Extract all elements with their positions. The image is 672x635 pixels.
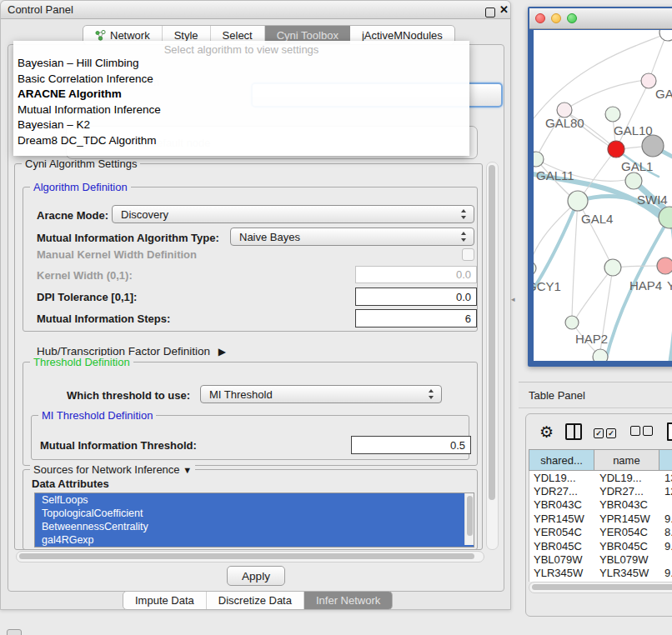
table-cell[interactable]: 12 xyxy=(660,485,672,498)
table-cell[interactable]: YBL079W xyxy=(595,553,660,566)
settings-horizontal-scrollbar[interactable] xyxy=(16,551,484,562)
attribute-option-betweennesscentrality[interactable]: BetweennessCentrality xyxy=(35,520,474,533)
control-panel-title: Control Panel xyxy=(8,3,73,16)
network-node[interactable] xyxy=(659,30,672,41)
split-columns-icon[interactable] xyxy=(565,423,582,440)
table-cell[interactable]: 9. xyxy=(660,512,672,525)
network-canvas[interactable]: GALGAL80GAL10GAL1GAL11SWI4GAL4GCY1HAP4YH… xyxy=(534,30,672,361)
network-node[interactable] xyxy=(657,258,672,274)
table-row[interactable]: YDR27...YDR27...12 xyxy=(529,484,672,498)
network-edge[interactable] xyxy=(578,201,611,264)
tab-impute-data[interactable]: Impute Data xyxy=(123,592,207,609)
network-node[interactable] xyxy=(534,152,544,167)
algorithm-definition-title: Algorithm Definition xyxy=(30,181,131,193)
table-row[interactable]: YBR043CYBR043C xyxy=(529,498,672,512)
table-horizontal-scrollbar[interactable] xyxy=(529,582,672,593)
apply-button[interactable]: Apply xyxy=(227,566,285,586)
dpi-tolerance-field[interactable]: 0.0 xyxy=(355,288,477,306)
table-cell[interactable]: YBR043C xyxy=(529,498,595,511)
manual-kernel-checkbox[interactable] xyxy=(462,248,474,261)
column-header-name[interactable]: name xyxy=(594,450,659,470)
mi-steps-field[interactable]: 6 xyxy=(355,309,477,328)
network-edge[interactable] xyxy=(534,201,578,266)
minimize-traffic-light-icon[interactable] xyxy=(551,13,561,23)
table-cell[interactable]: YPR145W xyxy=(529,512,595,525)
network-edge[interactable] xyxy=(575,268,613,319)
network-node[interactable] xyxy=(534,262,536,275)
algorithm-option-aracne-algorithm[interactable]: ARACNE Algorithm xyxy=(13,87,469,102)
network-node[interactable] xyxy=(625,172,642,189)
table-cell[interactable]: YLR345W xyxy=(529,567,595,579)
table-cell[interactable]: YBR043C xyxy=(595,498,660,511)
table-row[interactable]: YLR345WYLR345W9. xyxy=(529,567,672,580)
settings-scrollbar-thumb[interactable] xyxy=(489,165,495,500)
table-row[interactable]: YBL079WYBL079W xyxy=(529,552,672,566)
table-cell[interactable]: YDL19... xyxy=(529,472,595,484)
network-node[interactable] xyxy=(641,73,656,88)
data-attributes-listbox[interactable]: SelfLoopsTopologicalCoefficientBetweenne… xyxy=(34,492,474,548)
table-cell[interactable]: YDR27... xyxy=(595,485,660,498)
table-cell[interactable]: YER054C xyxy=(529,526,595,538)
table-cell[interactable]: YLR345W xyxy=(595,567,660,579)
table-cell[interactable]: 8. xyxy=(660,526,672,538)
tab-infer-network[interactable]: Infer Network xyxy=(304,592,392,609)
network-node[interactable] xyxy=(593,349,608,361)
close-window-button[interactable]: ✕ xyxy=(499,3,509,16)
splitpane-collapse-arrow[interactable]: ◂ xyxy=(511,295,515,303)
table-row[interactable]: YPR145WYPR145W9. xyxy=(529,512,672,525)
float-window-button[interactable] xyxy=(485,6,495,21)
algorithm-option-bayesian-hill-climbing[interactable]: Bayesian – Hill Climbing xyxy=(13,56,469,72)
network-node[interactable] xyxy=(568,191,588,211)
table-cell[interactable]: YDR27... xyxy=(529,485,595,498)
tab-label: Discretize Data xyxy=(218,594,292,607)
network-node[interactable] xyxy=(608,141,624,158)
network-node[interactable] xyxy=(605,107,620,122)
deselect-all-icon[interactable] xyxy=(630,424,655,439)
network-edge[interactable] xyxy=(667,228,672,361)
kernel-width-field[interactable]: 0.0 xyxy=(355,266,477,283)
table-cell[interactable]: YBL079W xyxy=(529,553,595,566)
mi-type-combo[interactable]: Naive Bayes xyxy=(230,228,474,246)
close-traffic-light-icon[interactable] xyxy=(535,13,545,23)
network-node[interactable] xyxy=(565,316,579,329)
network-edge[interactable] xyxy=(564,80,647,110)
tab-discretize-data[interactable]: Discretize Data xyxy=(207,592,304,609)
listbox-scrollbar[interactable] xyxy=(464,493,474,545)
settings-horizontal-scrollbar-thumb[interactable] xyxy=(19,553,474,559)
column-header-shared[interactable]: shared... xyxy=(529,450,594,470)
table-cell[interactable]: 13 xyxy=(660,472,672,484)
settings-gear-icon[interactable]: ⚙ xyxy=(539,424,554,440)
table-row[interactable]: YBR045CYBR045C9. xyxy=(529,539,672,552)
table-horizontal-scrollbar-thumb[interactable] xyxy=(532,584,672,590)
stepper-arrows-icon xyxy=(461,232,467,242)
attribute-option-selfloops[interactable]: SelfLoops xyxy=(35,493,474,507)
algorithm-option-basic-correlation-inference[interactable]: Basic Correlation Inference xyxy=(13,72,469,88)
network-edge[interactable] xyxy=(572,201,578,318)
algorithm-option-bayesian-k2[interactable]: Bayesian – K2 xyxy=(13,118,469,133)
select-all-icon[interactable]: ✓✓ xyxy=(594,424,619,439)
table-cell[interactable]: 9. xyxy=(660,540,672,552)
table-cell[interactable]: YER054C xyxy=(595,526,660,538)
table-row[interactable]: YDL19...YDL19...13 xyxy=(529,471,672,484)
table-cell[interactable]: YBR045C xyxy=(595,540,660,552)
new-table-icon[interactable] xyxy=(667,422,672,441)
algorithm-option-dream8-dc-tdc-algorithm[interactable]: Dream8 DC_TDC Algorithm xyxy=(13,133,469,149)
listbox-scrollbar-thumb[interactable] xyxy=(467,496,473,536)
attribute-option-topologicalcoefficient[interactable]: TopologicalCoefficient xyxy=(35,507,474,520)
network-node[interactable] xyxy=(604,259,621,276)
table-cell[interactable]: YPR145W xyxy=(595,512,660,525)
table-row[interactable]: YER054CYER054C8. xyxy=(529,526,672,539)
algorithm-option-mutual-information-inference[interactable]: Mutual Information Inference xyxy=(13,102,469,118)
attribute-option-gal4rgexp[interactable]: gal4RGexp xyxy=(35,533,474,547)
table-cell[interactable]: 9. xyxy=(660,567,672,579)
network-node[interactable] xyxy=(642,135,664,157)
table-cell[interactable]: YDL19... xyxy=(595,472,660,484)
settings-scrollbar[interactable] xyxy=(486,162,499,550)
aracne-mode-combo[interactable]: Discovery xyxy=(112,205,474,223)
zoom-traffic-light-icon[interactable] xyxy=(567,13,577,23)
minimized-panel-button[interactable] xyxy=(7,629,22,635)
which-threshold-combo[interactable]: MI Threshold xyxy=(200,385,442,403)
mi-threshold-field[interactable]: 0.5 xyxy=(351,436,471,454)
table-cell[interactable]: YBR045C xyxy=(529,540,595,552)
column-header-col2[interactable] xyxy=(659,450,672,470)
